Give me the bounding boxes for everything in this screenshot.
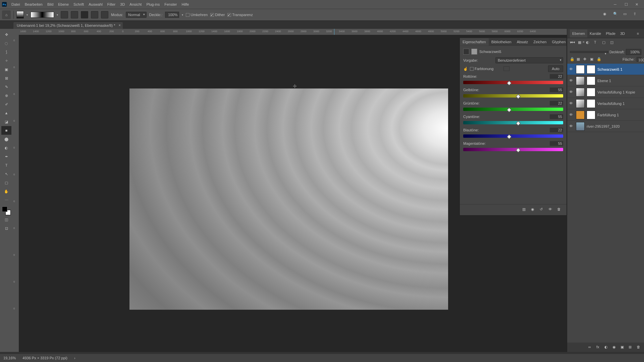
tab-zeichen[interactable]: Zeichen [531,38,549,46]
layer-row[interactable]: 👁Ebene 1 [567,75,644,86]
slider-handle[interactable] [516,121,521,126]
menu-item[interactable]: Auswahl [89,2,103,6]
reverse-checkbox[interactable]: Umkehren [186,13,208,17]
layer-name[interactable]: Schwarzweiß 1 [597,67,623,71]
color-slider[interactable] [463,121,563,124]
shape-tool[interactable]: ▢ [1,178,11,187]
cloud-icon[interactable]: ◉ [603,12,609,18]
heal-tool[interactable]: ⊕ [1,91,11,100]
layer-mask-thumb[interactable] [587,88,595,97]
layer-thumb[interactable] [576,111,585,119]
crop-tool[interactable]: ▣ [1,65,11,74]
tab-ebenen[interactable]: Ebenen [570,29,587,38]
layer-thumb[interactable] [576,99,585,108]
layer-mask-thumb[interactable] [587,65,595,74]
opacity-field[interactable]: 100% [165,12,179,18]
quickmask-tool[interactable]: ◫ [1,215,11,224]
visibility-icon[interactable]: 👁 [569,101,574,106]
layer-name[interactable]: Verlaufsfüllung 1 Kopie [597,90,635,94]
slider-handle[interactable] [507,134,512,139]
visibility-icon[interactable]: 👁 [569,113,574,117]
tab-eigenschaften[interactable]: Eigenschaften [460,38,489,46]
artboard[interactable] [129,88,448,310]
menu-item[interactable]: Schrift [73,2,84,6]
tab-pfade[interactable]: Pfade [603,32,618,36]
layer-name[interactable]: river-2951997_1920 [587,124,620,128]
tab-glyphen[interactable]: Glyphen [549,38,568,46]
tab-bibliotheken[interactable]: Bibliotheken [489,38,514,46]
color-slider[interactable] [463,81,563,84]
slider-value[interactable]: 55 [550,141,563,146]
angle-gradient-icon[interactable] [81,11,88,18]
radial-gradient-icon[interactable] [71,11,78,18]
dither-checkbox[interactable]: Dither [210,13,225,17]
diamond-gradient-icon[interactable] [101,11,108,18]
layer-name[interactable]: Ebene 1 [597,79,611,83]
tint-swatch[interactable] [503,66,509,71]
layer-mask-thumb[interactable] [587,76,595,85]
close-icon[interactable]: ✕ [635,2,639,6]
clip-icon[interactable]: ▥ [522,207,528,213]
menu-item[interactable]: Datei [11,2,20,6]
search-icon[interactable]: 🔍 [613,12,619,18]
filter-text-icon[interactable]: T [594,40,599,46]
share-icon[interactable]: ⇪ [633,12,639,18]
color-slider[interactable] [463,108,563,111]
menu-item[interactable]: Bearbeiten [25,2,43,6]
lock-pos-icon[interactable]: ✥ [583,57,588,62]
lasso-tool[interactable]: ⟆ [1,48,11,56]
eraser-tool[interactable]: ◪ [1,117,11,126]
toggle-visibility-icon[interactable]: 👁 [548,207,554,213]
close-tab-icon[interactable]: × [119,23,121,27]
menu-item[interactable]: Ebene [58,2,69,6]
lock-all-icon[interactable]: 🔒 [597,57,601,62]
slider-handle[interactable] [516,94,521,99]
slider-value[interactable]: 55 [550,87,563,92]
layer-name[interactable]: Farbfüllung 1 [597,113,619,117]
trash-icon[interactable]: 🗑 [557,207,562,213]
close-panel-icon[interactable]: × [580,38,587,46]
filter-shape-icon[interactable]: ▢ [602,40,607,46]
fx-icon[interactable]: fx [596,345,601,350]
layer-thumb[interactable] [576,76,585,85]
gradient-preview[interactable] [31,12,54,18]
maximize-icon[interactable]: ☐ [625,2,629,6]
mode-dropdown[interactable]: Normal [126,12,146,18]
transparency-checkbox[interactable]: Transparenz [227,13,253,17]
lock-nest-icon[interactable]: ▣ [590,57,595,62]
path-tool[interactable]: ↖ [1,170,11,178]
slider-value[interactable]: 55 [550,114,563,119]
lock-pixel-icon[interactable]: ▦ [577,57,581,62]
wand-tool[interactable]: ✧ [1,56,11,65]
home-button[interactable]: ⌂ [2,10,11,19]
new-layer-icon[interactable]: ⊞ [629,345,633,350]
layer-thumb[interactable] [576,65,585,74]
opacity-field[interactable]: 100% [626,49,641,55]
slider-handle[interactable] [507,81,512,85]
tab-kanaele[interactable]: Kanäle [587,32,603,36]
menu-item[interactable]: Bild [47,2,53,6]
reset-icon[interactable]: ↺ [540,207,545,213]
visibility-icon[interactable]: 👁 [569,90,574,95]
reflected-gradient-icon[interactable] [91,11,98,18]
move-tool[interactable]: ✥ [1,30,11,39]
menu-item[interactable]: Filter [107,2,115,6]
visibility-icon[interactable]: 👁 [569,124,574,129]
eyedropper-tool[interactable]: ✎ [1,82,11,91]
slider-handle[interactable] [507,108,512,112]
panel-menu-icon[interactable]: ≡ [635,32,641,36]
menu-item[interactable]: Plug-ins [146,2,160,6]
mask-icon[interactable]: ◐ [604,345,609,350]
more-tool[interactable]: ⋯ [1,196,11,204]
menu-item[interactable]: Fenster [164,2,177,6]
layer-row[interactable]: 👁Farbfüllung 1 [567,109,644,121]
menu-item[interactable]: 3D [120,2,125,6]
preset-dropdown[interactable]: Benutzerdefiniert [495,57,563,63]
color-slider[interactable] [463,134,563,138]
document-tab[interactable]: Unbenannt-1 bei 19,2% (Schwarzweiß 1, Eb… [13,22,123,29]
color-slider[interactable] [463,94,563,98]
menu-item[interactable]: Ansicht [129,2,142,6]
minimize-icon[interactable]: ─ [614,2,618,6]
tab-absatz[interactable]: Absatz [514,38,531,46]
layer-name[interactable]: Verlaufsfüllung 1 [597,102,625,106]
